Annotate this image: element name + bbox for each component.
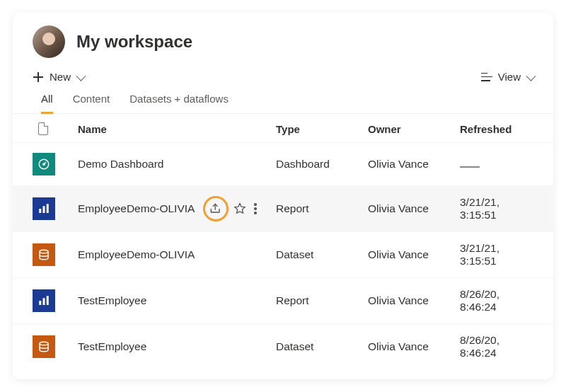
report-icon [33,289,55,312]
favorite-button[interactable] [233,202,247,216]
item-refreshed [460,158,533,171]
new-button-label: New [50,71,71,83]
table-row[interactable]: TestEmployeeReportOlivia Vance8/26/20, 8… [13,277,553,323]
svg-rect-2 [39,209,41,213]
item-owner: Olivia Vance [368,202,460,215]
svg-rect-4 [47,204,49,213]
chevron-down-icon [76,71,86,81]
svg-point-1 [43,163,45,165]
table-row[interactable]: Demo DashboardDashboardOlivia Vance [13,142,553,185]
item-name[interactable]: TestEmployee [78,294,146,307]
tabs: All Content Datasets + dataflows [13,83,553,114]
svg-rect-6 [39,301,41,305]
view-button-label: View [498,71,521,83]
share-button[interactable] [203,196,229,221]
item-refreshed: 3/21/21, 3:15:51 [460,242,533,267]
svg-rect-3 [43,206,45,213]
more-options-button[interactable] [251,200,260,217]
tab-all[interactable]: All [41,93,53,114]
svg-point-9 [40,342,48,345]
table-header: Name Type Owner Refreshed [13,114,553,142]
item-refreshed: 8/26/20, 8:46:24 [460,288,533,313]
item-name[interactable]: TestEmployee [78,340,146,353]
plus-icon [33,71,44,83]
dataset-icon [33,335,55,358]
report-icon [33,197,55,220]
tab-content[interactable]: Content [73,93,110,113]
svg-rect-7 [43,298,45,305]
item-name[interactable]: EmployeeDemo-OLIVIA [78,202,195,215]
new-button[interactable]: New [33,71,83,83]
item-owner: Olivia Vance [368,294,460,307]
file-icon [38,122,48,135]
table-row[interactable]: EmployeeDemo-OLIVIADatasetOlivia Vance3/… [13,231,553,277]
item-type: Dashboard [276,158,368,171]
dashboard-icon [33,153,55,175]
col-refreshed[interactable]: Refreshed [460,123,533,135]
avatar[interactable] [33,25,65,58]
table-row[interactable]: TestEmployeeDatasetOlivia Vance8/26/20, … [13,323,553,369]
tab-datasets-dataflows[interactable]: Datasets + dataflows [129,93,229,113]
item-type: Report [276,294,368,307]
chevron-down-icon [526,71,536,81]
col-type[interactable]: Type [276,123,368,135]
item-type: Dataset [276,340,368,353]
col-name[interactable]: Name [78,123,276,135]
col-owner[interactable]: Owner [368,123,460,135]
item-type: Dataset [276,248,368,261]
svg-rect-8 [47,296,49,305]
item-owner: Olivia Vance [368,158,460,171]
table-row[interactable]: EmployeeDemo-OLIVIAReportOlivia Vance3/2… [13,185,553,231]
page-title: My workspace [76,32,192,52]
svg-point-5 [40,250,48,253]
item-owner: Olivia Vance [368,340,460,353]
view-button[interactable]: View [481,71,533,83]
view-icon [481,73,492,81]
item-owner: Olivia Vance [368,248,460,261]
item-refreshed: 8/26/20, 8:46:24 [460,334,533,359]
item-type: Report [276,202,368,215]
item-refreshed: 3/21/21, 3:15:51 [460,196,533,221]
item-name[interactable]: EmployeeDemo-OLIVIA [78,248,195,261]
dataset-icon [33,243,55,266]
item-name[interactable]: Demo Dashboard [78,158,163,171]
